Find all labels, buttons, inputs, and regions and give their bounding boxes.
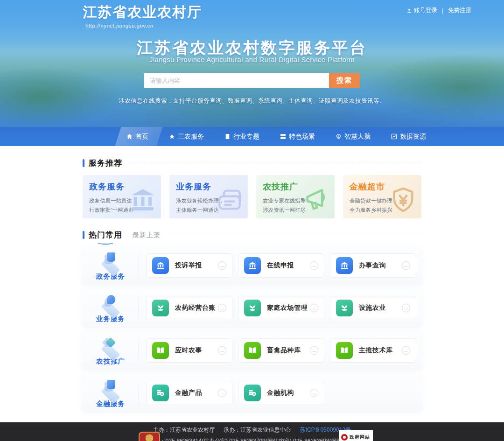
service-finance-institutions[interactable]: ¥ 金融机构 <box>238 381 324 405</box>
service-finance-products[interactable]: ¥ 金融产品 <box>146 381 232 405</box>
tab-newest[interactable]: 最新上架 <box>133 231 161 239</box>
arrow-icon <box>310 389 318 397</box>
home-icon <box>126 133 133 140</box>
login-link[interactable]: 账号登录 <box>406 7 437 14</box>
service-label: 主推技术库 <box>359 346 393 355</box>
main-nav: 首页 三农服务 行业专题 特色场景 智慧大脑 <box>0 127 504 146</box>
service-livestock-breeds[interactable]: 畜禽品种库 <box>238 338 324 363</box>
footer-organizer: 承办：江苏省农业信息中心 <box>224 427 291 433</box>
service-seasonal-farming[interactable]: 应时农事 <box>146 338 232 363</box>
book-icon <box>152 342 169 359</box>
nav-label: 数据资源 <box>400 133 426 141</box>
gov-website-badge[interactable]: 政府网站 <box>339 430 373 441</box>
service-row-tech: 农技推广 应时农事 畜禽品种库 主推技术库 <box>83 332 421 369</box>
service-online-declare[interactable]: 在线申报 <box>238 253 324 278</box>
category-tech: 农技推广 <box>83 336 139 366</box>
service-main-tech-lib[interactable]: 主推技术库 <box>330 338 416 363</box>
vertical-divider <box>139 338 139 363</box>
gov-badge-label: 政府网站 <box>350 434 370 441</box>
search-bar: 搜索 <box>144 73 360 88</box>
nav-item-industry[interactable]: 行业专题 <box>214 127 270 146</box>
nav-item-home[interactable]: 首页 <box>116 127 159 146</box>
recommend-section-header: 服务推荐 <box>83 158 421 168</box>
register-label: 免费注册 <box>448 7 471 14</box>
card-gov-service[interactable]: 政务服务 政务信息一站直达， 行政审批“一网通办 <box>83 175 161 218</box>
top-bar: 江苏省农业农村厅 http://nynct.jiangsu.gov.cn 账号登… <box>0 0 504 26</box>
service-row-finance: 金融服务 ¥ 金融产品 ¥ 金融机构 <box>83 374 421 412</box>
service-row-gov: 政务服务 投诉举报 在线申报 办事查询 <box>83 247 421 284</box>
footer-line2: 电话：025-86263414(厅办公室) 025-86263709(网站内容)… <box>0 437 504 441</box>
service-complaint-report[interactable]: 投诉举报 <box>146 253 232 278</box>
service-label: 金融机构 <box>267 389 294 397</box>
nav-item-data[interactable]: 数据资源 <box>381 127 436 146</box>
category-finance: 金融服务 <box>83 378 139 408</box>
nav-label: 首页 <box>135 133 148 141</box>
service-affairs-query[interactable]: 办事查询 <box>330 253 416 278</box>
main-content: 服务推荐 政务服务 政务信息一站直达， 行政审批“一网通办 业务服务 涉农业务轻… <box>83 146 421 412</box>
book-icon <box>244 342 261 359</box>
sprout-icon <box>336 300 353 316</box>
service-label: 应时农事 <box>175 346 202 355</box>
service-label: 办事查询 <box>359 261 386 270</box>
arrow-icon <box>218 304 226 312</box>
active-tab-underline <box>98 241 113 245</box>
arrow-icon <box>310 346 318 355</box>
search-hint: 涉农信息在线搜索：支持平台服务查询、数据查询、系统查询、主体查询、证照查询及农技… <box>0 97 504 105</box>
data-chart-icon <box>391 133 397 140</box>
star-icon <box>169 133 175 140</box>
biz-3d-icon <box>96 293 126 314</box>
service-pesticide-ledger[interactable]: 农药经营台账 <box>146 296 232 320</box>
service-label: 金融产品 <box>175 389 202 397</box>
service-label: 农药经营台账 <box>175 304 216 312</box>
login-label: 账号登录 <box>414 7 437 14</box>
category-gov: 政务服务 <box>83 251 139 281</box>
service-row-biz: 业务服务 农药经营台账 家庭农场管理 设施农业 <box>83 289 421 327</box>
nav-item-sannong[interactable]: 三农服务 <box>159 127 214 146</box>
sprout-icon <box>152 300 169 316</box>
nav-item-scenes[interactable]: 特色场景 <box>270 127 325 146</box>
tab-hot[interactable]: 热门常用 <box>89 230 122 240</box>
card-biz-service[interactable]: 业务服务 涉农业务轻松办理， 主体服务一网通达 <box>169 175 248 218</box>
bank-icon <box>152 257 169 274</box>
vertical-divider <box>139 253 139 278</box>
megaphone-icon <box>303 186 330 213</box>
finance-3d-icon <box>96 378 126 399</box>
vertical-divider <box>139 381 139 405</box>
register-link[interactable]: 免费注册 <box>448 7 471 14</box>
search-input[interactable] <box>144 73 329 88</box>
card-finance-market[interactable]: 金融超市 金融贷款一键办理， 全力服务乡村振兴 <box>343 175 421 218</box>
shield-yuan-icon <box>390 186 417 213</box>
person-icon <box>406 8 412 14</box>
service-family-farm[interactable]: 家庭农场管理 <box>238 296 324 320</box>
card-agri-tech[interactable]: 农技推广 农业专家在线指导， 涉农资讯一网打尽 <box>256 175 335 218</box>
service-label: 家庭农场管理 <box>267 304 308 312</box>
footer-line1: 主办：江苏省农业农村厅 承办：江苏省农业信息中心 苏ICP备05009012号 <box>0 426 504 434</box>
brain-icon <box>336 133 342 140</box>
hot-section-header: 热门常用 最新上架 <box>83 230 421 240</box>
book-icon <box>336 342 353 359</box>
service-label: 投诉举报 <box>175 261 202 270</box>
account-links: 账号登录 | 免费注册 <box>406 7 471 14</box>
category-biz: 业务服务 <box>83 293 139 323</box>
bank-icon <box>336 257 353 274</box>
service-label: 在线申报 <box>267 261 294 270</box>
site-logo: 江苏省农业农村厅 http://nynct.jiangsu.gov.cn <box>83 3 202 28</box>
section-bar <box>83 231 84 239</box>
nav-item-brain[interactable]: 智慧大脑 <box>325 127 381 146</box>
svg-text:¥: ¥ <box>161 392 163 395</box>
arrow-icon <box>310 261 318 270</box>
search-button[interactable]: 搜索 <box>329 73 360 88</box>
footer: 主办：江苏省农业农村厅 承办：江苏省农业信息中心 苏ICP备05009012号 … <box>0 422 504 441</box>
account-divider: | <box>442 7 443 14</box>
building-icon <box>224 133 231 140</box>
coins-icon: ¥ <box>152 385 169 401</box>
vertical-divider <box>139 296 139 320</box>
recommend-title: 服务推荐 <box>89 158 122 168</box>
national-emblem-badge <box>139 432 160 441</box>
service-facility-agri[interactable]: 设施农业 <box>330 296 416 320</box>
logo-title: 江苏省农业农村厅 <box>83 3 202 22</box>
nav-label: 特色场景 <box>289 133 315 141</box>
tech-3d-icon <box>96 336 126 356</box>
sprout-icon <box>244 300 261 316</box>
line-divider <box>168 235 421 235</box>
